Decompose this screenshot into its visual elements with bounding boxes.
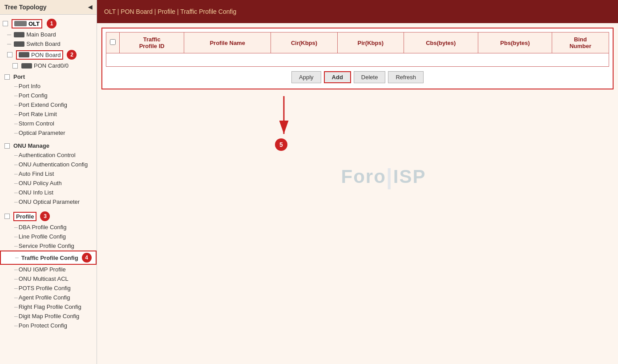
main-board-label: Main Board	[26, 31, 56, 38]
col-checkbox	[106, 32, 120, 53]
tree-node-switch-board[interactable]: ─ Switch Board	[0, 39, 97, 49]
profile-section: Profile 3 ─ DBA Profile Config ─ Line Pr…	[0, 208, 97, 332]
olt-checkbox[interactable]	[3, 21, 8, 26]
menu-item-traffic[interactable]: ─ Traffic Profile Config 4	[0, 251, 97, 265]
onu-section-header[interactable]: ONU Manage	[0, 141, 97, 150]
service-label: Service Profile Config	[19, 243, 74, 249]
connector-onu-policy: ─	[14, 181, 18, 186]
tree-node-olt[interactable]: OLT 1	[0, 17, 97, 30]
menu-item-onu-policy[interactable]: ─ ONU Policy Auth	[0, 178, 97, 188]
menu-item-onu-info[interactable]: ─ ONU Info List	[0, 188, 97, 197]
col-cbs: Cbs(bytes)	[404, 32, 478, 53]
menu-item-igmp[interactable]: ─ ONU IGMP Profile	[0, 265, 97, 274]
connector-port-config: ─	[14, 93, 18, 98]
collapse-arrow[interactable]: ◀	[88, 4, 92, 10]
onu-info-label: ONU Info List	[19, 189, 53, 196]
badge-2: 2	[67, 50, 77, 60]
traffic-profile-table: TrafficProfile ID Profile Name Cir(Kbps)…	[106, 32, 609, 67]
connector-agent: ─	[14, 295, 18, 300]
col-bind: BindNumber	[552, 32, 609, 53]
menu-item-port-config[interactable]: ─ Port Config	[0, 91, 97, 100]
select-all-checkbox[interactable]	[110, 39, 116, 45]
tree-node-pon-card[interactable]: PON Card0/0	[0, 61, 97, 70]
menu-item-agent[interactable]: ─ Agent Profile Config	[0, 293, 97, 302]
onu-policy-label: ONU Policy Auth	[19, 180, 62, 186]
tree-node-pon-board[interactable]: PON Board 2	[0, 49, 97, 61]
tree-node-main-board[interactable]: ─ Main Board	[0, 30, 97, 39]
sidebar: Tree Topology ◀ OLT 1 ─ Main Bo	[0, 0, 97, 364]
olt-icon	[14, 21, 27, 26]
line-label: Line Profile Config	[19, 233, 66, 240]
watermark-foro: Foro	[341, 166, 386, 187]
menu-item-optical-param[interactable]: ─ Optical Parameter	[0, 128, 97, 138]
tree-topology-title: Tree Topology	[4, 4, 47, 11]
refresh-button[interactable]: Refresh	[388, 71, 424, 83]
badge-4: 4	[82, 253, 92, 263]
table-body	[106, 53, 609, 67]
empty-row	[106, 53, 609, 67]
col-cir: Cir(Kbps)	[271, 32, 337, 53]
onu-optical-label: ONU Optical Parameter	[19, 198, 80, 205]
menu-item-onu-auth[interactable]: ─ ONU Authentication Config	[0, 160, 97, 169]
onu-section: ONU Manage ─ Authentication Control ─ ON…	[0, 139, 97, 208]
connector-auth: ─	[14, 153, 18, 158]
connector-onu-auth: ─	[14, 162, 18, 167]
menu-item-port-info[interactable]: ─ Port Info	[0, 81, 97, 91]
port-section-header[interactable]: Port	[0, 72, 97, 81]
connector-igmp: ─	[14, 267, 18, 272]
pon-protect-label: Pon Protect Config	[19, 322, 67, 329]
optical-param-label: Optical Parameter	[19, 129, 65, 136]
delete-button[interactable]: Delete	[354, 71, 386, 83]
profile-label-box: Profile	[13, 212, 36, 221]
breadcrumb: OLT | PON Board | Profile | Traffic Prof…	[97, 0, 618, 23]
watermark-isp: ISP	[393, 166, 426, 187]
empty-cell	[106, 53, 609, 67]
connector-digit-map: ─	[14, 314, 18, 319]
menu-item-dba[interactable]: ─ DBA Profile Config	[0, 222, 97, 232]
menu-item-pon-protect[interactable]: ─ Pon Protect Config	[0, 321, 97, 330]
menu-item-port-rate[interactable]: ─ Port Rate Limit	[0, 109, 97, 119]
port-checkbox[interactable]	[4, 74, 10, 80]
table-container: TrafficProfile ID Profile Name Cir(Kbps)…	[101, 28, 614, 89]
onu-auth-label: ONU Authentication Config	[19, 161, 88, 168]
dba-label: DBA Profile Config	[19, 224, 67, 231]
olt-label: OLT	[28, 20, 40, 27]
apply-button[interactable]: Apply	[291, 71, 321, 83]
menu-item-port-extend[interactable]: ─ Port Extend Config	[0, 100, 97, 109]
menu-item-line[interactable]: ─ Line Profile Config	[0, 232, 97, 241]
menu-item-pots[interactable]: ─ POTS Profile Config	[0, 283, 97, 293]
pon-card-label: PON Card0/0	[34, 62, 69, 69]
connector-port-extend: ─	[14, 102, 18, 108]
connector-service: ─	[14, 243, 18, 249]
auto-find-label: Auto Find List	[19, 170, 54, 177]
menu-item-storm-control[interactable]: ─ Storm Control	[0, 119, 97, 128]
menu-item-multicast[interactable]: ─ ONU Multicast ACL	[0, 274, 97, 283]
menu-item-digit-map[interactable]: ─ Digit Map Profile Config	[0, 311, 97, 321]
watermark-pipe: |	[386, 164, 393, 190]
pon-board-checkbox[interactable]	[7, 52, 12, 57]
connector-traffic: ─	[15, 255, 19, 260]
switch-board-label: Switch Board	[26, 40, 61, 47]
profile-checkbox[interactable]	[4, 214, 10, 219]
agent-label: Agent Profile Config	[19, 294, 70, 301]
content-main: TrafficProfile ID Profile Name Cir(Kbps)…	[97, 23, 618, 364]
onu-checkbox[interactable]	[4, 143, 10, 149]
menu-item-service[interactable]: ─ Service Profile Config	[0, 241, 97, 251]
pon-board-box: PON Board	[16, 50, 63, 60]
tree-container: OLT 1 ─ Main Board ─ Switch Board	[0, 15, 97, 335]
auth-control-label: Authentication Control	[19, 152, 76, 158]
menu-item-auto-find[interactable]: ─ Auto Find List	[0, 169, 97, 178]
menu-item-auth-control[interactable]: ─ Authentication Control	[0, 150, 97, 160]
connector-onu-optical: ─	[14, 199, 18, 205]
multicast-label: ONU Multicast ACL	[19, 275, 69, 282]
port-extend-label: Port Extend Config	[19, 101, 67, 108]
add-button[interactable]: Add	[324, 71, 351, 83]
menu-item-right-flag[interactable]: ─ Right Flag Profile Config	[0, 302, 97, 311]
pon-card-checkbox[interactable]	[12, 63, 18, 69]
profile-section-header[interactable]: Profile 3	[0, 210, 97, 222]
onu-label: ONU Manage	[13, 142, 49, 149]
content-area: OLT | PON Board | Profile | Traffic Prof…	[97, 0, 618, 364]
menu-item-onu-optical[interactable]: ─ ONU Optical Parameter	[0, 197, 97, 206]
port-config-label: Port Config	[19, 92, 48, 99]
watermark: Foro|ISP	[341, 164, 426, 190]
